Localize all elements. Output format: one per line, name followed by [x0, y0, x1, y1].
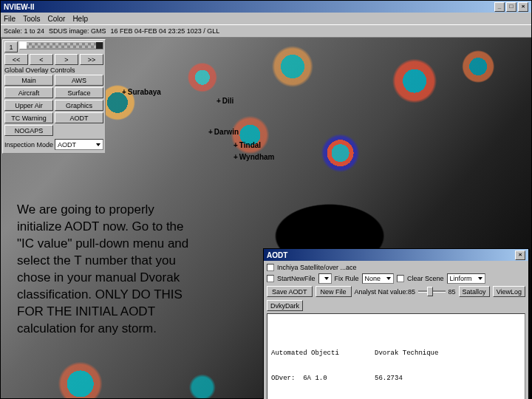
city-tindal: Tindal [233, 141, 261, 149]
city-surabaya: Surabaya [122, 88, 161, 96]
aodt-output: Automated Objecti ODver: 6A 1.0 Date/Tim… [267, 313, 525, 399]
satalloy-button[interactable]: Satalloy [459, 286, 490, 297]
chevron-down-icon [386, 277, 391, 280]
instruction-text: We are going to properly initialize AODT… [17, 202, 202, 338]
inspection-mode-value: AODT [58, 141, 76, 149]
overlay-aws-button[interactable]: AWS [55, 75, 103, 86]
aodt-body: Inchiya Satellite/over ...ace StartNewFi… [264, 261, 528, 399]
menu-help[interactable]: Help [72, 15, 88, 23]
chevron-down-icon [478, 277, 482, 280]
fixrule-label: Fix Rule [335, 275, 359, 282]
output-left-header: Automated Objecti [271, 349, 369, 358]
overlay-surface-button[interactable]: Surface [55, 87, 103, 98]
startnewfile-select[interactable] [318, 273, 332, 284]
fixrule-select[interactable]: None [362, 273, 395, 284]
viewlog-button[interactable]: ViewLog [493, 286, 525, 297]
overlay-aircraft-button[interactable]: Aircraft [4, 87, 53, 98]
overlay-graphics-button[interactable]: Graphics [55, 100, 103, 111]
menu-file[interactable]: File [4, 15, 16, 23]
output-right-col: Dvorak Technique 56.2734 -19.58 140 14 -… [375, 333, 511, 400]
cleanscene-label: Clear Scene [407, 275, 444, 282]
analyst-slider[interactable] [418, 290, 445, 293]
overlay-main-button[interactable]: Main [4, 75, 53, 86]
overlay-tcwarning-button[interactable]: TC Warning [4, 112, 53, 123]
overlay-nogaps-button[interactable]: NOGAPS [4, 125, 53, 136]
nview-main-window: NVIEW-II _ □ × File Tools Color Help Sca… [0, 0, 532, 399]
aodt-dialog[interactable]: AODT × Inchiya Satellite/over ...ace Sta… [263, 248, 529, 399]
save-aodt-button[interactable]: Save AODT [267, 286, 313, 297]
cleanscene-select[interactable]: Linform [447, 273, 485, 284]
startnewfile-checkbox[interactable] [267, 275, 274, 282]
toolbar-scale: Scale: 1 to 24 [4, 27, 44, 35]
cleanscene-checkbox[interactable] [397, 275, 404, 282]
nav-prev-button[interactable]: < [30, 54, 53, 65]
inspection-mode-label: Inspection Mode [4, 141, 53, 149]
dvkydark-button[interactable]: DvkyDark [267, 300, 303, 311]
app-title: NVIEW-II [4, 3, 34, 11]
overlay-aodt-button[interactable]: AODT [55, 112, 103, 123]
main-menubar: File Tools Color Help [1, 13, 531, 24]
frame-label: 1 [4, 41, 18, 52]
close-button[interactable]: × [518, 2, 528, 12]
toolbar-timestamp: 16 FEB 04-FEB 04 23:25 1023 / GLL [111, 27, 220, 35]
overlay-upperair-button[interactable]: Upper Air [4, 100, 53, 111]
city-wyndham: Wyndham [233, 153, 274, 161]
minimize-button[interactable]: _ [494, 2, 505, 12]
aodt-title: AODT [267, 251, 287, 259]
trackover-label: Inchiya Satellite/over ...ace [277, 264, 357, 271]
output-left-col: Automated Objecti ODver: 6A 1.0 Date/Tim… [271, 333, 369, 400]
overlay-section-title: Global Overlay Controls [4, 66, 103, 74]
maximize-button[interactable]: □ [506, 2, 516, 12]
side-panel: 1 << < > >> Global Overlay Controls Main… [2, 39, 106, 154]
nav-last-button[interactable]: >> [80, 54, 103, 65]
chevron-down-icon [324, 277, 329, 280]
main-viewport: Surabaya Dili Darwin Tindal Wyndham 1 <<… [1, 38, 531, 398]
main-titlebar[interactable]: NVIEW-II _ □ × [1, 1, 531, 13]
nav-first-button[interactable]: << [4, 54, 28, 65]
enhancement-colorbar[interactable] [19, 41, 103, 50]
slider-thumb[interactable] [427, 287, 433, 296]
city-dili: Dili [216, 97, 233, 105]
city-darwin: Darwin [208, 128, 239, 136]
startnewfile-label: StartNewFile [277, 275, 316, 282]
inspection-mode-select[interactable]: AODT [55, 139, 103, 150]
aodt-titlebar[interactable]: AODT × [264, 249, 528, 261]
slider-max: 85 [449, 288, 456, 296]
menu-tools[interactable]: Tools [23, 15, 40, 23]
analyst-slider-label: Analyst Nat value:85 [355, 288, 416, 296]
aodt-close-icon[interactable]: × [515, 250, 525, 260]
new-file-button[interactable]: New File [316, 286, 352, 297]
chevron-down-icon [96, 143, 100, 146]
trackover-checkbox[interactable] [267, 264, 274, 271]
menu-color[interactable]: Color [47, 15, 65, 23]
nav-next-button[interactable]: > [55, 54, 78, 65]
output-right-header: Dvorak Technique [375, 349, 511, 358]
main-toolbar: Scale: 1 to 24 SDUS image: GMS 16 FEB 04… [1, 24, 531, 38]
toolbar-image: SDUS image: GMS [49, 27, 106, 35]
